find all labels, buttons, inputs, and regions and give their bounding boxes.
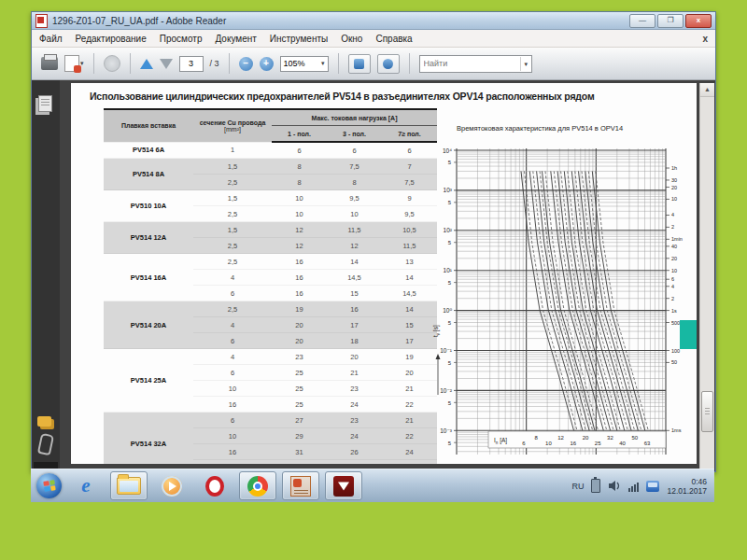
time-tick-label: 100 <box>671 348 680 354</box>
taskbar-internet-explorer[interactable]: e <box>67 471 105 500</box>
taskbar-explorer[interactable] <box>110 471 148 500</box>
value-cell: 17 <box>382 333 437 349</box>
value-cell: 11,5 <box>382 238 437 254</box>
fuse-name-cell: PV514 8A <box>104 159 193 190</box>
screen-capture: 1296-Z01-07_RU_UA.pdf - Adobe Reader — ❐… <box>31 11 714 502</box>
rating-label: 25 <box>595 441 601 446</box>
fuse-load-table: Плавкая вставка сечение Cu провода [mm²]… <box>104 108 437 464</box>
value-cell: 21 <box>382 413 437 428</box>
menu-item[interactable]: Редактирование <box>76 34 147 44</box>
zoom-in-button[interactable]: + <box>260 57 274 71</box>
pages-panel-icon[interactable] <box>38 95 52 112</box>
menu-item[interactable]: Окно <box>341 34 362 44</box>
toolbar-separator <box>130 53 131 74</box>
value-cell: 24 <box>327 397 382 413</box>
menu-item[interactable]: Просмотр <box>160 34 203 44</box>
value-cell: 26 <box>327 444 382 460</box>
svg-text:5: 5 <box>448 441 452 446</box>
previous-page-button[interactable] <box>140 59 153 69</box>
value-cell: 22 <box>382 428 437 444</box>
taskbar-chrome[interactable] <box>239 471 276 500</box>
svg-text:5: 5 <box>448 400 452 406</box>
value-cell: 9,5 <box>327 190 382 206</box>
comments-panel-icon[interactable] <box>37 416 51 427</box>
menu-item[interactable]: Инструменты <box>270 34 328 44</box>
value-cell: 12 <box>272 238 327 254</box>
value-cell: 10 <box>193 381 272 397</box>
value-cell: 18 <box>327 333 382 349</box>
document-close-icon[interactable]: x <box>702 34 708 44</box>
scrolling-mode-button[interactable] <box>348 54 371 74</box>
restore-button[interactable]: ❐ <box>657 14 684 28</box>
collaborate-icon-disabled <box>104 55 120 72</box>
sub-col-header: 1 - пол. <box>272 126 327 143</box>
taskbar: e RU 0:46 12.01.2017 <box>31 469 714 502</box>
taskbar-powerpoint[interactable] <box>282 471 319 500</box>
value-cell: 29 <box>272 428 327 444</box>
clock[interactable]: 0:46 12.01.2017 <box>667 477 707 496</box>
time-tick-label: 2 <box>671 224 674 230</box>
find-box: ▾ <box>419 55 533 73</box>
time-tick-label: 1ms <box>671 427 682 433</box>
svg-text:5: 5 <box>448 360 452 366</box>
scroll-up-icon[interactable]: ▲ <box>700 83 714 97</box>
speaker-icon[interactable] <box>608 480 621 492</box>
fullscreen-mode-button[interactable] <box>377 54 400 74</box>
svg-text:10³: 10³ <box>444 187 453 193</box>
value-cell: 16 <box>272 270 327 286</box>
value-cell: 14,5 <box>382 286 437 301</box>
table-row: PV514 16A2,5161413 <box>104 254 437 270</box>
scrollbar-thumb[interactable] <box>701 391 713 432</box>
value-cell: 28 <box>382 460 437 465</box>
value-cell: 2,5 <box>193 175 272 190</box>
value-cell: 1,5 <box>193 222 272 238</box>
toolbar-separator <box>93 53 94 74</box>
toolbar-separator <box>409 53 410 74</box>
signal-bars-icon[interactable] <box>628 481 639 492</box>
table-row: PV514 32A6272321 <box>104 413 437 428</box>
taskbar-opera[interactable] <box>196 471 233 500</box>
taskbar-adobe-reader[interactable] <box>325 471 362 500</box>
value-cell: 14,5 <box>327 270 382 286</box>
network-icon[interactable] <box>646 481 659 492</box>
start-button[interactable] <box>36 473 62 498</box>
value-cell: 25 <box>193 460 272 465</box>
print-button[interactable] <box>41 57 58 70</box>
pdf-file-icon <box>35 14 48 28</box>
close-button[interactable]: x <box>685 14 712 28</box>
fuse-name-cell: PV514 32A <box>104 413 193 465</box>
page-number-input[interactable] <box>179 56 204 72</box>
title-bar[interactable]: 1296-Z01-07_RU_UA.pdf - Adobe Reader — ❐… <box>32 12 715 30</box>
attachments-panel-icon[interactable] <box>37 433 54 455</box>
value-cell: 25 <box>272 381 327 397</box>
menu-item[interactable]: Справка <box>375 34 412 44</box>
value-cell: 10 <box>327 206 382 222</box>
menu-item[interactable]: Файл <box>39 34 63 44</box>
time-tick-label: 20 <box>671 256 677 261</box>
value-cell: 16 <box>193 444 272 460</box>
language-indicator[interactable]: RU <box>571 482 584 491</box>
value-cell: 2,5 <box>193 254 272 270</box>
find-options-icon[interactable]: ▾ <box>520 57 532 71</box>
svg-text:5: 5 <box>448 320 452 326</box>
value-cell: 6 <box>193 365 272 381</box>
zoom-out-button[interactable]: – <box>239 57 253 71</box>
value-cell: 23 <box>327 413 382 428</box>
vertical-scrollbar[interactable]: ▲ <box>699 83 714 469</box>
find-input[interactable] <box>420 57 519 71</box>
time-tick-label: 4 <box>671 212 674 217</box>
zoom-level-select[interactable]: 105%▾ <box>280 56 329 72</box>
taskbar-media-player[interactable] <box>153 471 190 500</box>
value-cell: 20 <box>327 349 382 365</box>
minimize-button[interactable]: — <box>629 14 655 28</box>
battery-icon[interactable] <box>591 479 600 493</box>
value-cell: 22 <box>382 397 437 413</box>
internet-explorer-icon: e <box>81 474 90 497</box>
menu-item[interactable]: Документ <box>215 34 256 44</box>
rating-label: 40 <box>619 441 626 446</box>
next-page-button[interactable] <box>160 59 173 69</box>
menu-bar: ФайлРедактированиеПросмотрДокументИнстру… <box>32 30 715 48</box>
adobe-reader-icon <box>333 476 354 497</box>
table-row: PV514 12A1,51211,510,5 <box>104 222 437 238</box>
save-export-button[interactable]: ▾ <box>64 55 84 72</box>
